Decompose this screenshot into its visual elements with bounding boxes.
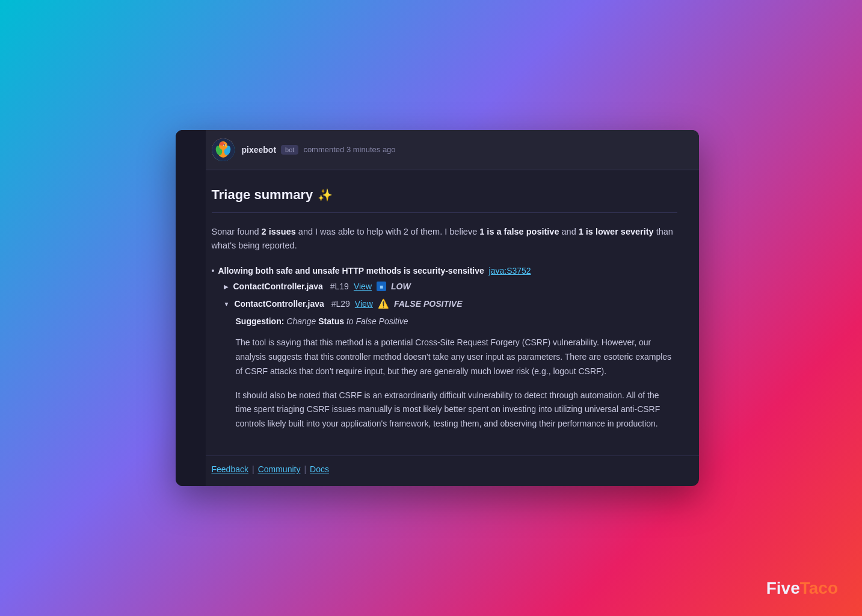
brand-taco: Taco [800, 579, 838, 597]
username: pixeebot [242, 145, 277, 155]
suggestion-content: Change Status to False Positive [286, 316, 408, 326]
triage-title: Triage summary ✨ [212, 187, 677, 213]
issues-count: 2 issues [262, 227, 296, 236]
svg-point-8 [220, 142, 224, 146]
feedback-link[interactable]: Feedback [212, 464, 248, 474]
suggestion-label: Suggestion: [236, 316, 285, 326]
issue-item: • Allowing both safe and unsafe HTTP met… [212, 265, 677, 431]
issue-title-bold: Allowing both safe and unsafe HTTP metho… [218, 266, 484, 276]
footer-links: Feedback | Community | Docs [176, 455, 699, 486]
severity-label-2: FALSE POSITIVE [394, 299, 463, 309]
card-header: pixeebot bot commented 3 minutes ago [176, 130, 699, 170]
sidebar-strip [176, 130, 206, 486]
false-positive-label: 1 is a false positive [479, 227, 559, 236]
sparkle-icon: ✨ [318, 188, 333, 202]
view-link-2[interactable]: View [355, 299, 373, 309]
svg-point-6 [224, 144, 225, 146]
issues-list: • Allowing both safe and unsafe HTTP met… [212, 265, 677, 431]
issue-link[interactable]: java:S3752 [489, 266, 531, 276]
brand-logo: FiveTaco [766, 579, 838, 598]
docs-link[interactable]: Docs [310, 464, 329, 474]
sub-item-row-1: ▶ ContactController.java #L19 View ■ LOW [224, 279, 677, 294]
separator-1: | [252, 464, 254, 474]
summary-paragraph: Sonar found 2 issues and I was able to h… [212, 225, 677, 253]
triage-title-text: Triage summary [212, 187, 313, 203]
view-link-1[interactable]: View [354, 282, 372, 291]
line-ref-2: #L29 [329, 299, 350, 309]
bot-badge: bot [281, 145, 298, 155]
avatar [212, 138, 235, 161]
severity-icon-2: ⚠️ [378, 298, 389, 309]
suggestion-block: Suggestion: Change Status to False Posit… [236, 316, 677, 431]
bullet: • [212, 266, 215, 276]
header-meta: pixeebot bot commented 3 minutes ago [242, 145, 687, 155]
file-name-2: ContactController.java [234, 299, 324, 309]
sub-item-row-2: ▼ ContactController.java #L29 View ⚠️ FA… [224, 296, 677, 312]
summary-text-before: Sonar found [212, 227, 262, 236]
separator-2: | [304, 464, 306, 474]
issue-title: Allowing both safe and unsafe HTTP metho… [218, 266, 531, 276]
summary-text-middle: and I was able to help with 2 of them. I… [296, 227, 479, 236]
sub-items-list: ▶ ContactController.java #L19 View ■ LOW… [224, 279, 677, 431]
expand-icon-1[interactable]: ▶ [224, 283, 229, 290]
summary-and: and [559, 227, 578, 236]
lower-severity-label: 1 is lower severity [579, 227, 654, 236]
description-1: The tool is saying that this method is a… [236, 336, 677, 378]
sub-item-2: ▼ ContactController.java #L29 View ⚠️ FA… [224, 296, 677, 431]
comment-timestamp: commented 3 minutes ago [303, 145, 395, 154]
description-2: It should also be noted that CSRF is an … [236, 389, 677, 431]
brand-five: Five [766, 579, 800, 597]
severity-icon-1: ■ [377, 282, 386, 291]
main-card: pixeebot bot commented 3 minutes ago Tri… [176, 130, 699, 486]
community-link[interactable]: Community [258, 464, 301, 474]
file-name-1: ContactController.java [233, 282, 323, 291]
line-ref-1: #L19 [328, 282, 349, 291]
card-body: Triage summary ✨ Sonar found 2 issues an… [176, 170, 699, 455]
sub-item-1: ▶ ContactController.java #L19 View ■ LOW [224, 279, 677, 294]
issue-header: • Allowing both safe and unsafe HTTP met… [212, 265, 677, 277]
expand-icon-2[interactable]: ▼ [224, 301, 230, 307]
severity-label-1: LOW [391, 282, 411, 291]
suggestion-text: Suggestion: Change Status to False Posit… [236, 316, 677, 326]
